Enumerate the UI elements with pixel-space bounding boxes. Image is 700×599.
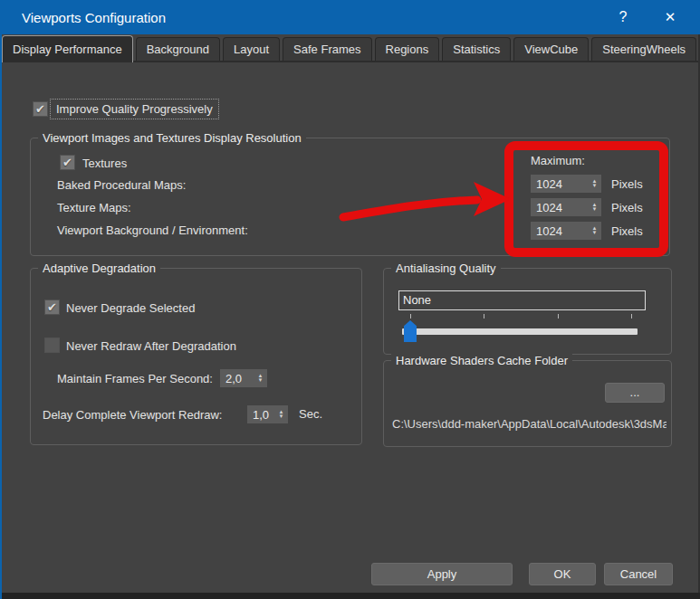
close-icon[interactable]: ✕ [649, 0, 691, 34]
never-degrade-selected-label[interactable]: Never Degrade Selected [66, 301, 195, 315]
never-redraw-after-degradation-checkbox[interactable] [44, 338, 60, 353]
sec-label: Sec. [299, 407, 322, 421]
cache-folder-path: C:\Users\ddd-maker\AppData\Local\Autodes… [392, 417, 666, 431]
maximum-label: Maximum: [531, 154, 585, 167]
maintain-fps-label: Maintain Frames Per Second: [57, 372, 213, 385]
spinner-value[interactable]: 2,0 [220, 369, 254, 387]
slider-tick [631, 314, 632, 319]
texture-maps-label: Texture Maps: [57, 201, 131, 214]
antialiasing-quality-group: Antialiasing Quality None [383, 268, 672, 355]
viewport-background-environment-label: Viewport Background / Environment: [57, 223, 248, 237]
improve-quality-label[interactable]: Improve Quality Progressively [50, 99, 219, 119]
tab-steeringwheels[interactable]: SteeringWheels [591, 37, 696, 61]
spinner-arrows: ▲▼ [588, 175, 601, 193]
tab-viewcube[interactable]: ViewCube [513, 37, 589, 61]
pixels-label: Pixels [611, 224, 643, 238]
tab-layout[interactable]: Layout [223, 37, 280, 61]
help-icon[interactable]: ? [602, 0, 644, 34]
spinner-arrows: ▲▼ [588, 198, 601, 216]
group-title: Viewport Images and Textures Display Res… [38, 131, 306, 145]
check-icon: ✔ [62, 157, 72, 168]
spinner-down-icon[interactable]: ▼ [258, 378, 264, 383]
spinner-value[interactable]: 1024 [531, 222, 588, 240]
pixels-label: Pixels [611, 201, 643, 214]
antialiasing-quality-field[interactable]: None [398, 290, 646, 310]
title-bar[interactable]: Viewports Configuration ? ✕ [0, 0, 700, 34]
spinner-down-icon[interactable]: ▼ [279, 414, 284, 419]
textures-label[interactable]: Textures [82, 157, 127, 170]
tab-background[interactable]: Background [136, 37, 220, 61]
maintain-fps-spinner[interactable]: 2,0 ▲▼ [220, 369, 267, 387]
check-icon: ✔ [47, 301, 57, 313]
spinner-value[interactable]: 1024 [531, 175, 588, 193]
antialiasing-slider-thumb[interactable] [404, 320, 417, 342]
hardware-shaders-cache-group: Hardware Shaders Cache Folder ... C:\Use… [383, 360, 672, 447]
spinner-arrows: ▲▼ [588, 222, 601, 240]
baked-procedural-maps-spinner[interactable]: 1024 ▲▼ [531, 175, 601, 193]
spinner-value[interactable]: 1,0 [247, 405, 274, 423]
textures-checkbox[interactable]: ✔ [60, 155, 75, 170]
tab-display-performance[interactable]: Display Performance [2, 35, 133, 62]
spinner-down-icon[interactable]: ▼ [592, 207, 598, 212]
spinner-arrows: ▲▼ [274, 405, 288, 423]
group-title: Adaptive Degradation [38, 261, 160, 275]
spinner-down-icon[interactable]: ▼ [592, 231, 598, 235]
antialiasing-slider-track[interactable] [402, 328, 638, 335]
group-title: Antialiasing Quality [391, 261, 501, 275]
tab-statistics[interactable]: Statistics [442, 37, 511, 61]
pixels-label: Pixels [611, 177, 643, 191]
spinner-value[interactable]: 1024 [531, 198, 588, 216]
tab-bar: Display Performance Background Layout Sa… [0, 34, 700, 62]
ok-button[interactable]: OK [529, 563, 596, 585]
browse-folder-button[interactable]: ... [605, 383, 665, 403]
viewport-background-spinner[interactable]: 1024 ▲▼ [531, 222, 601, 240]
spinner-arrows: ▲▼ [254, 369, 267, 387]
tab-safe-frames[interactable]: Safe Frames [283, 37, 371, 61]
baked-procedural-maps-label: Baked Procedural Maps: [57, 178, 186, 192]
spinner-down-icon[interactable]: ▼ [592, 184, 598, 188]
slider-tick [484, 314, 484, 319]
window-border-left [0, 0, 2, 599]
group-title: Hardware Shaders Cache Folder [391, 354, 572, 367]
never-redraw-after-degradation-label[interactable]: Never Redraw After Degradation [66, 339, 236, 353]
texture-maps-spinner[interactable]: 1024 ▲▼ [531, 198, 601, 216]
apply-button[interactable]: Apply [371, 563, 513, 585]
delay-redraw-spinner[interactable]: 1,0 ▲▼ [247, 405, 288, 423]
window-title: Viewports Configuration [22, 10, 166, 25]
slider-tick [410, 314, 411, 319]
cancel-button[interactable]: Cancel [604, 563, 673, 585]
check-icon: ✔ [35, 103, 45, 115]
delay-redraw-label: Delay Complete Viewport Redraw: [43, 408, 222, 422]
window-border-bottom [0, 593, 700, 599]
slider-tick [558, 314, 559, 319]
improve-quality-checkbox[interactable]: ✔ [33, 101, 48, 117]
viewports-configuration-dialog: Viewports Configuration ? ✕ Display Perf… [0, 0, 700, 599]
tab-regions[interactable]: Regions [375, 37, 440, 61]
never-degrade-selected-checkbox[interactable]: ✔ [44, 300, 60, 315]
